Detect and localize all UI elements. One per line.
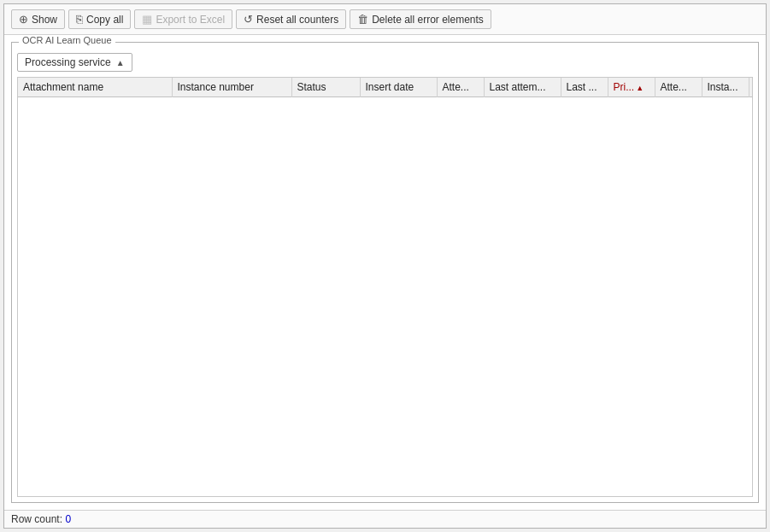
row-count-label: Row count: bbox=[11, 513, 65, 525]
table-header-col-10[interactable]: Manage... bbox=[749, 78, 753, 97]
table-header-col-2[interactable]: Status bbox=[291, 78, 360, 97]
table-header-col-8[interactable]: Atte... bbox=[655, 78, 702, 97]
copy-label: Copy all bbox=[86, 14, 123, 26]
table-header-col-3[interactable]: Insert date bbox=[360, 78, 437, 97]
header-row: Attachment nameInstance numberStatusInse… bbox=[18, 78, 753, 97]
delete-error-button[interactable]: 🗑 Delete all error elements bbox=[350, 9, 491, 29]
row-count-value: 0 bbox=[65, 513, 71, 525]
processing-service-dropdown[interactable]: Processing service ▲ bbox=[17, 53, 132, 72]
group-box-inner: Processing service ▲ Attachment nameInst… bbox=[12, 46, 758, 502]
dropdown-label: Processing service bbox=[25, 56, 111, 68]
table-header-col-5[interactable]: Last attem... bbox=[484, 78, 561, 97]
main-container: ⊕ Show ⎘ Copy all ▦ Export to Excel ↺ Re… bbox=[3, 3, 767, 529]
reset-icon: ↺ bbox=[244, 13, 253, 26]
status-bar: Row count: 0 bbox=[4, 510, 766, 528]
reset-label: Reset all counters bbox=[256, 14, 338, 26]
export-excel-button[interactable]: ▦ Export to Excel bbox=[134, 9, 232, 29]
table-header-col-9[interactable]: Insta... bbox=[702, 78, 749, 97]
table-header: Attachment nameInstance numberStatusInse… bbox=[18, 78, 753, 97]
export-icon: ▦ bbox=[142, 13, 152, 26]
table-header-col-7[interactable]: Pri...▲ bbox=[608, 78, 655, 97]
copy-icon: ⎘ bbox=[76, 13, 83, 26]
data-table: Attachment nameInstance numberStatusInse… bbox=[18, 78, 753, 97]
table-header-col-6[interactable]: Last ... bbox=[561, 78, 608, 97]
table-header-col-4[interactable]: Atte... bbox=[437, 78, 484, 97]
show-icon: ⊕ bbox=[19, 13, 28, 26]
reset-counters-button[interactable]: ↺ Reset all counters bbox=[236, 9, 346, 29]
group-title: OCR AI Learn Queue bbox=[19, 35, 115, 45]
delete-label: Delete all error elements bbox=[372, 14, 484, 26]
table-header-col-0[interactable]: Attachment name bbox=[18, 78, 172, 97]
chevron-up-icon: ▲ bbox=[116, 58, 125, 67]
table-header-col-1[interactable]: Instance number bbox=[172, 78, 291, 97]
delete-icon: 🗑 bbox=[357, 13, 368, 26]
sort-arrow-icon: ▲ bbox=[636, 84, 644, 92]
export-label: Export to Excel bbox=[156, 14, 225, 26]
toolbar: ⊕ Show ⎘ Copy all ▦ Export to Excel ↺ Re… bbox=[4, 4, 766, 35]
group-box: OCR AI Learn Queue Processing service ▲ … bbox=[11, 42, 759, 503]
show-button[interactable]: ⊕ Show bbox=[11, 9, 65, 29]
filter-row: Processing service ▲ bbox=[17, 53, 753, 72]
copy-all-button[interactable]: ⎘ Copy all bbox=[68, 9, 131, 29]
table-wrapper[interactable]: Attachment nameInstance numberStatusInse… bbox=[17, 77, 753, 497]
show-label: Show bbox=[32, 14, 57, 26]
